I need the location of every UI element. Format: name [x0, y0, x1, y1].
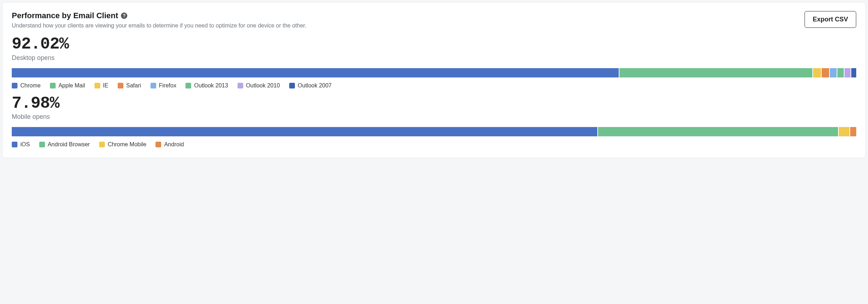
mobile-metric-value: 7.98% [12, 95, 856, 113]
mobile-section: 7.98% Mobile opens iOSAndroid BrowserChr… [12, 95, 856, 148]
desktop-legend-item[interactable]: Chrome [12, 82, 41, 89]
legend-label: Chrome Mobile [108, 141, 146, 148]
mobile-segment[interactable] [850, 127, 856, 136]
legend-swatch-icon [99, 142, 105, 147]
legend-label: Apple Mail [58, 82, 85, 89]
card-subtitle: Understand how your clients are viewing … [12, 22, 805, 29]
desktop-legend-item[interactable]: Safari [118, 82, 141, 89]
legend-swatch-icon [118, 83, 123, 88]
legend-swatch-icon [289, 83, 295, 88]
legend-label: Android Browser [48, 141, 90, 148]
desktop-legend: ChromeApple MailIESafariFirefoxOutlook 2… [12, 82, 856, 89]
mobile-segment[interactable] [598, 127, 838, 136]
title-line: Performance by Email Client ? [12, 11, 805, 20]
legend-label: iOS [20, 141, 30, 148]
title-block: Performance by Email Client ? Understand… [12, 11, 805, 29]
legend-label: Outlook 2010 [246, 82, 280, 89]
legend-swatch-icon [95, 83, 100, 88]
desktop-legend-item[interactable]: Apple Mail [50, 82, 85, 89]
legend-label: Outlook 2013 [194, 82, 228, 89]
mobile-legend: iOSAndroid BrowserChrome MobileAndroid [12, 141, 856, 148]
legend-label: IE [103, 82, 108, 89]
desktop-section: 92.02% Desktop opens ChromeApple MailIES… [12, 35, 856, 89]
desktop-legend-item[interactable]: IE [95, 82, 108, 89]
legend-label: Safari [126, 82, 141, 89]
legend-swatch-icon [12, 142, 17, 147]
desktop-segment[interactable] [619, 68, 812, 77]
desktop-segment[interactable] [12, 68, 619, 77]
export-csv-button[interactable]: Export CSV [805, 11, 856, 28]
desktop-segment[interactable] [837, 68, 844, 77]
legend-swatch-icon [39, 142, 45, 147]
legend-swatch-icon [150, 83, 156, 88]
desktop-legend-item[interactable]: Outlook 2007 [289, 82, 332, 89]
mobile-legend-item[interactable]: Android [155, 141, 184, 148]
desktop-stacked-bar [12, 68, 856, 77]
card-header: Performance by Email Client ? Understand… [12, 11, 856, 29]
mobile-segment[interactable] [839, 127, 850, 136]
desktop-legend-item[interactable]: Firefox [150, 82, 177, 89]
desktop-metric-label: Desktop opens [12, 54, 856, 62]
desktop-segment[interactable] [813, 68, 821, 77]
mobile-stacked-bar [12, 127, 856, 136]
desktop-legend-item[interactable]: Outlook 2013 [185, 82, 228, 89]
desktop-legend-item[interactable]: Outlook 2010 [238, 82, 280, 89]
legend-label: Chrome [20, 82, 41, 89]
email-client-performance-card: Performance by Email Client ? Understand… [2, 2, 866, 158]
legend-label: Android [164, 141, 184, 148]
mobile-legend-item[interactable]: Android Browser [39, 141, 90, 148]
mobile-metric-label: Mobile opens [12, 113, 856, 121]
desktop-metric-value: 92.02% [12, 35, 856, 54]
legend-label: Firefox [159, 82, 177, 89]
desktop-segment[interactable] [851, 68, 856, 77]
mobile-legend-item[interactable]: iOS [12, 141, 30, 148]
desktop-segment[interactable] [822, 68, 829, 77]
card-title: Performance by Email Client [12, 11, 118, 20]
legend-label: Outlook 2007 [298, 82, 332, 89]
legend-swatch-icon [50, 83, 56, 88]
mobile-segment[interactable] [12, 127, 597, 136]
desktop-segment[interactable] [844, 68, 850, 77]
legend-swatch-icon [185, 83, 191, 88]
desktop-segment[interactable] [830, 68, 837, 77]
help-icon[interactable]: ? [121, 12, 127, 19]
legend-swatch-icon [238, 83, 243, 88]
legend-swatch-icon [12, 83, 17, 88]
mobile-legend-item[interactable]: Chrome Mobile [99, 141, 146, 148]
legend-swatch-icon [155, 142, 161, 147]
